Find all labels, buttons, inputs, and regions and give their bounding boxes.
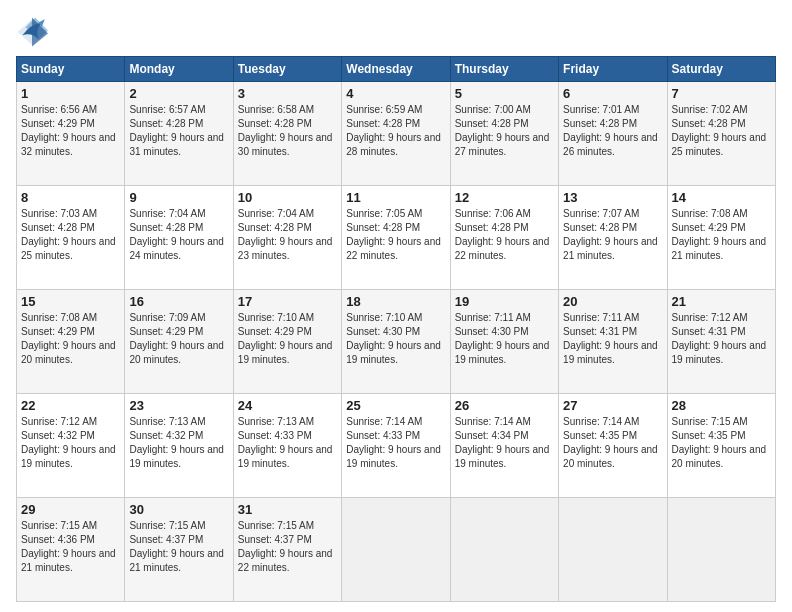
calendar-cell: 29 Sunrise: 7:15 AM Sunset: 4:36 PM Dayl…	[17, 498, 125, 602]
calendar-cell: 17 Sunrise: 7:10 AM Sunset: 4:29 PM Dayl…	[233, 290, 341, 394]
day-number: 12	[455, 190, 554, 205]
day-number: 20	[563, 294, 662, 309]
weekday-header-monday: Monday	[125, 57, 233, 82]
day-info: Sunrise: 7:08 AM Sunset: 4:29 PM Dayligh…	[21, 312, 116, 365]
day-number: 14	[672, 190, 771, 205]
day-info: Sunrise: 7:00 AM Sunset: 4:28 PM Dayligh…	[455, 104, 550, 157]
calendar-cell: 16 Sunrise: 7:09 AM Sunset: 4:29 PM Dayl…	[125, 290, 233, 394]
day-number: 24	[238, 398, 337, 413]
calendar-cell: 7 Sunrise: 7:02 AM Sunset: 4:28 PM Dayli…	[667, 82, 775, 186]
day-info: Sunrise: 7:12 AM Sunset: 4:31 PM Dayligh…	[672, 312, 767, 365]
day-number: 11	[346, 190, 445, 205]
week-row-1: 1 Sunrise: 6:56 AM Sunset: 4:29 PM Dayli…	[17, 82, 776, 186]
calendar-cell: 1 Sunrise: 6:56 AM Sunset: 4:29 PM Dayli…	[17, 82, 125, 186]
calendar-cell: 31 Sunrise: 7:15 AM Sunset: 4:37 PM Dayl…	[233, 498, 341, 602]
calendar-cell: 6 Sunrise: 7:01 AM Sunset: 4:28 PM Dayli…	[559, 82, 667, 186]
day-number: 15	[21, 294, 120, 309]
weekday-header-row: SundayMondayTuesdayWednesdayThursdayFrid…	[17, 57, 776, 82]
logo-icon	[16, 16, 48, 48]
calendar-cell: 4 Sunrise: 6:59 AM Sunset: 4:28 PM Dayli…	[342, 82, 450, 186]
calendar: SundayMondayTuesdayWednesdayThursdayFrid…	[16, 56, 776, 602]
day-number: 2	[129, 86, 228, 101]
week-row-2: 8 Sunrise: 7:03 AM Sunset: 4:28 PM Dayli…	[17, 186, 776, 290]
calendar-cell: 10 Sunrise: 7:04 AM Sunset: 4:28 PM Dayl…	[233, 186, 341, 290]
day-number: 28	[672, 398, 771, 413]
calendar-cell	[450, 498, 558, 602]
day-number: 10	[238, 190, 337, 205]
weekday-header-friday: Friday	[559, 57, 667, 82]
calendar-cell: 20 Sunrise: 7:11 AM Sunset: 4:31 PM Dayl…	[559, 290, 667, 394]
day-number: 6	[563, 86, 662, 101]
day-info: Sunrise: 7:14 AM Sunset: 4:34 PM Dayligh…	[455, 416, 550, 469]
logo	[16, 16, 52, 48]
calendar-cell: 2 Sunrise: 6:57 AM Sunset: 4:28 PM Dayli…	[125, 82, 233, 186]
calendar-cell: 13 Sunrise: 7:07 AM Sunset: 4:28 PM Dayl…	[559, 186, 667, 290]
day-number: 1	[21, 86, 120, 101]
day-info: Sunrise: 7:01 AM Sunset: 4:28 PM Dayligh…	[563, 104, 658, 157]
day-number: 26	[455, 398, 554, 413]
calendar-cell: 18 Sunrise: 7:10 AM Sunset: 4:30 PM Dayl…	[342, 290, 450, 394]
day-number: 3	[238, 86, 337, 101]
day-number: 31	[238, 502, 337, 517]
calendar-cell: 14 Sunrise: 7:08 AM Sunset: 4:29 PM Dayl…	[667, 186, 775, 290]
day-info: Sunrise: 7:09 AM Sunset: 4:29 PM Dayligh…	[129, 312, 224, 365]
calendar-cell: 26 Sunrise: 7:14 AM Sunset: 4:34 PM Dayl…	[450, 394, 558, 498]
day-info: Sunrise: 7:14 AM Sunset: 4:33 PM Dayligh…	[346, 416, 441, 469]
calendar-cell	[667, 498, 775, 602]
calendar-cell: 19 Sunrise: 7:11 AM Sunset: 4:30 PM Dayl…	[450, 290, 558, 394]
day-number: 30	[129, 502, 228, 517]
day-info: Sunrise: 6:56 AM Sunset: 4:29 PM Dayligh…	[21, 104, 116, 157]
day-info: Sunrise: 7:04 AM Sunset: 4:28 PM Dayligh…	[238, 208, 333, 261]
day-info: Sunrise: 7:04 AM Sunset: 4:28 PM Dayligh…	[129, 208, 224, 261]
calendar-cell: 15 Sunrise: 7:08 AM Sunset: 4:29 PM Dayl…	[17, 290, 125, 394]
day-info: Sunrise: 7:15 AM Sunset: 4:36 PM Dayligh…	[21, 520, 116, 573]
week-row-4: 22 Sunrise: 7:12 AM Sunset: 4:32 PM Dayl…	[17, 394, 776, 498]
header	[16, 16, 776, 48]
day-info: Sunrise: 7:08 AM Sunset: 4:29 PM Dayligh…	[672, 208, 767, 261]
day-number: 9	[129, 190, 228, 205]
calendar-cell: 3 Sunrise: 6:58 AM Sunset: 4:28 PM Dayli…	[233, 82, 341, 186]
calendar-cell: 27 Sunrise: 7:14 AM Sunset: 4:35 PM Dayl…	[559, 394, 667, 498]
day-info: Sunrise: 7:05 AM Sunset: 4:28 PM Dayligh…	[346, 208, 441, 261]
weekday-header-thursday: Thursday	[450, 57, 558, 82]
day-number: 5	[455, 86, 554, 101]
day-info: Sunrise: 7:14 AM Sunset: 4:35 PM Dayligh…	[563, 416, 658, 469]
weekday-header-sunday: Sunday	[17, 57, 125, 82]
calendar-cell: 25 Sunrise: 7:14 AM Sunset: 4:33 PM Dayl…	[342, 394, 450, 498]
day-info: Sunrise: 7:03 AM Sunset: 4:28 PM Dayligh…	[21, 208, 116, 261]
day-info: Sunrise: 7:11 AM Sunset: 4:31 PM Dayligh…	[563, 312, 658, 365]
day-number: 8	[21, 190, 120, 205]
calendar-cell: 8 Sunrise: 7:03 AM Sunset: 4:28 PM Dayli…	[17, 186, 125, 290]
calendar-cell: 21 Sunrise: 7:12 AM Sunset: 4:31 PM Dayl…	[667, 290, 775, 394]
day-number: 19	[455, 294, 554, 309]
day-number: 18	[346, 294, 445, 309]
day-number: 22	[21, 398, 120, 413]
calendar-cell	[342, 498, 450, 602]
calendar-cell: 24 Sunrise: 7:13 AM Sunset: 4:33 PM Dayl…	[233, 394, 341, 498]
day-number: 29	[21, 502, 120, 517]
week-row-3: 15 Sunrise: 7:08 AM Sunset: 4:29 PM Dayl…	[17, 290, 776, 394]
day-number: 27	[563, 398, 662, 413]
calendar-cell: 12 Sunrise: 7:06 AM Sunset: 4:28 PM Dayl…	[450, 186, 558, 290]
day-info: Sunrise: 7:06 AM Sunset: 4:28 PM Dayligh…	[455, 208, 550, 261]
weekday-header-tuesday: Tuesday	[233, 57, 341, 82]
day-info: Sunrise: 6:57 AM Sunset: 4:28 PM Dayligh…	[129, 104, 224, 157]
calendar-cell: 5 Sunrise: 7:00 AM Sunset: 4:28 PM Dayli…	[450, 82, 558, 186]
calendar-cell: 28 Sunrise: 7:15 AM Sunset: 4:35 PM Dayl…	[667, 394, 775, 498]
day-number: 23	[129, 398, 228, 413]
day-number: 21	[672, 294, 771, 309]
weekday-header-saturday: Saturday	[667, 57, 775, 82]
day-info: Sunrise: 7:13 AM Sunset: 4:33 PM Dayligh…	[238, 416, 333, 469]
day-number: 7	[672, 86, 771, 101]
day-info: Sunrise: 7:02 AM Sunset: 4:28 PM Dayligh…	[672, 104, 767, 157]
day-info: Sunrise: 7:13 AM Sunset: 4:32 PM Dayligh…	[129, 416, 224, 469]
day-info: Sunrise: 7:10 AM Sunset: 4:30 PM Dayligh…	[346, 312, 441, 365]
day-number: 4	[346, 86, 445, 101]
day-info: Sunrise: 6:58 AM Sunset: 4:28 PM Dayligh…	[238, 104, 333, 157]
day-info: Sunrise: 7:15 AM Sunset: 4:35 PM Dayligh…	[672, 416, 767, 469]
day-info: Sunrise: 7:10 AM Sunset: 4:29 PM Dayligh…	[238, 312, 333, 365]
calendar-cell: 11 Sunrise: 7:05 AM Sunset: 4:28 PM Dayl…	[342, 186, 450, 290]
calendar-cell: 30 Sunrise: 7:15 AM Sunset: 4:37 PM Dayl…	[125, 498, 233, 602]
day-info: Sunrise: 7:12 AM Sunset: 4:32 PM Dayligh…	[21, 416, 116, 469]
day-info: Sunrise: 7:15 AM Sunset: 4:37 PM Dayligh…	[129, 520, 224, 573]
